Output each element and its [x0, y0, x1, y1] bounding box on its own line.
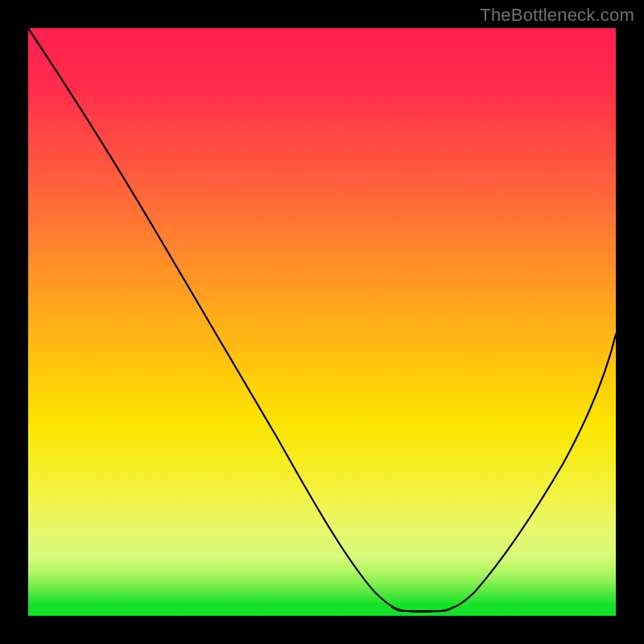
flat-minimum-marker — [392, 607, 453, 611]
curve-left-descent — [28, 28, 405, 611]
curve-valley-and-right — [405, 334, 616, 612]
plot-area — [28, 28, 616, 616]
bottleneck-curve — [28, 28, 616, 616]
chart-frame: TheBottleneck.com — [0, 0, 644, 644]
watermark-text: TheBottleneck.com — [480, 5, 634, 26]
